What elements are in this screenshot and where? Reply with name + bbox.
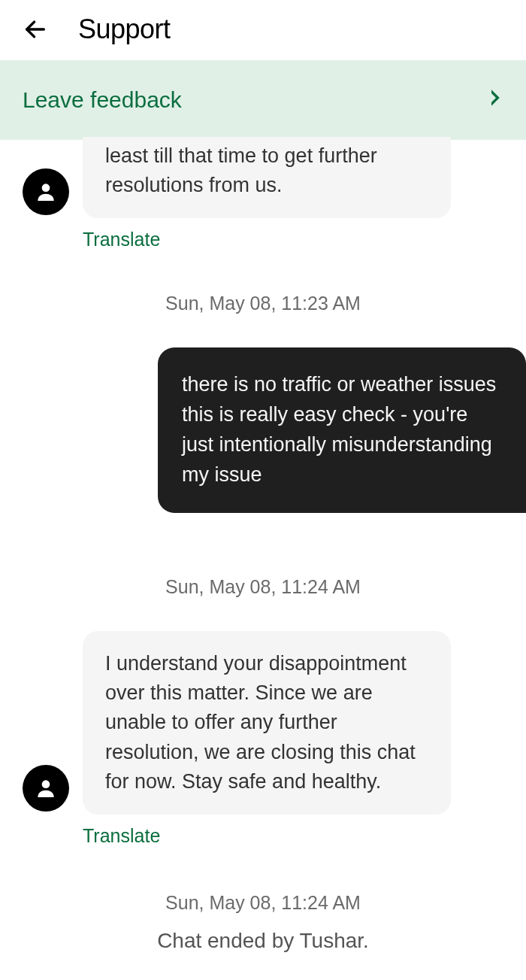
leave-feedback-bar[interactable]: Leave feedback — [0, 60, 526, 140]
user-message-row: there is no traffic or weather issues th… — [23, 347, 503, 513]
svg-point-2 — [42, 780, 50, 788]
agent-message-bubble: least till that time to get further reso… — [83, 137, 451, 218]
system-message: Chat ended by Tushar. — [23, 929, 503, 953]
agent-message-row: least till that time to get further reso… — [23, 140, 503, 218]
leave-feedback-label: Leave feedback — [23, 87, 182, 113]
agent-avatar-icon — [23, 765, 69, 812]
agent-message-row: I understand your disappointment over th… — [23, 631, 503, 815]
timestamp: Sun, May 08, 11:23 AM — [23, 293, 503, 314]
timestamp: Sun, May 08, 11:24 AM — [23, 576, 503, 598]
page-title: Support — [78, 14, 171, 45]
user-message-bubble: there is no traffic or weather issues th… — [158, 347, 526, 513]
agent-avatar-icon — [23, 168, 69, 215]
translate-link[interactable]: Translate — [83, 825, 503, 847]
back-arrow-icon[interactable] — [23, 17, 48, 42]
chat-area: least till that time to get further reso… — [0, 140, 526, 953]
timestamp: Sun, May 08, 11:24 AM — [23, 892, 503, 914]
chevron-right-icon — [488, 89, 503, 112]
svg-point-1 — [42, 184, 50, 193]
translate-link[interactable]: Translate — [83, 229, 503, 250]
agent-message-bubble: I understand your disappointment over th… — [83, 631, 451, 815]
header: Support — [0, 0, 526, 60]
